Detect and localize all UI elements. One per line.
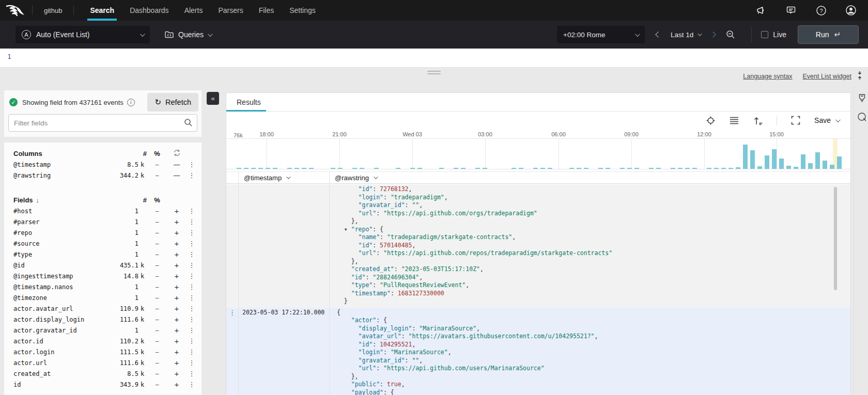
tab-dashboards[interactable]: Dashboards <box>122 0 177 21</box>
field-percent: – <box>147 273 167 280</box>
histogram-bar <box>656 168 661 169</box>
add-field-button[interactable]: + <box>167 228 186 237</box>
account-icon[interactable] <box>845 5 857 16</box>
field-menu-button[interactable]: ⋮ <box>186 359 197 367</box>
timestamp-column-header[interactable]: @timestamp <box>239 172 330 183</box>
help-icon[interactable]: ? <box>815 5 827 16</box>
table-scrollbar[interactable] <box>834 187 837 290</box>
add-field-button[interactable]: + <box>167 369 186 378</box>
add-field-button[interactable]: + <box>167 239 186 248</box>
remove-column-button[interactable]: — <box>167 172 186 179</box>
timezone-select[interactable]: +02:00 Rome <box>557 26 645 43</box>
add-field-button[interactable]: + <box>167 217 186 226</box>
field-menu-button[interactable]: ⋮ <box>186 315 197 323</box>
row-density-icon[interactable] <box>729 115 739 125</box>
zoom-out-icon[interactable] <box>725 29 736 40</box>
save-button[interactable]: Save <box>814 116 839 124</box>
field-row-created_at: created_at8.5k–+⋮ <box>4 368 202 379</box>
collapse-panel-icon[interactable] <box>856 71 864 80</box>
live-toggle[interactable]: Live <box>761 30 786 39</box>
histogram-bar <box>714 168 719 169</box>
field-name: id <box>13 381 112 388</box>
tab-alerts[interactable]: Alerts <box>177 0 211 21</box>
field-menu-button[interactable]: ⋮ <box>186 370 197 377</box>
info-icon[interactable]: i <box>127 99 135 106</box>
field-menu-button[interactable]: ⋮ <box>186 161 197 168</box>
field-percent: – <box>147 370 167 377</box>
crosshair-icon[interactable] <box>705 115 716 125</box>
megaphone-icon[interactable] <box>755 5 767 16</box>
query-inspect-icon[interactable] <box>857 112 867 122</box>
field-menu-button[interactable]: ⋮ <box>186 261 197 269</box>
fullscreen-icon[interactable] <box>791 115 801 125</box>
histogram-bar <box>309 168 314 169</box>
count-header: # <box>112 150 147 157</box>
add-field-button[interactable]: + <box>167 337 186 345</box>
add-field-button[interactable]: + <box>167 207 186 215</box>
refetch-button[interactable]: ↻ Refetch <box>147 93 198 112</box>
field-menu-button[interactable]: ⋮ <box>186 250 197 258</box>
tab-files[interactable]: Files <box>251 0 282 21</box>
add-field-button[interactable]: + <box>167 293 186 302</box>
feedback-icon[interactable] <box>785 5 797 16</box>
event-list-widget-link[interactable]: Event List widget <box>803 73 852 80</box>
add-field-button[interactable]: + <box>167 250 186 259</box>
event-histogram[interactable]: 76k 18:0021:00Wed 0303:0006:0009:0012:00… <box>226 129 850 169</box>
field-menu-button[interactable]: ⋮ <box>186 348 197 356</box>
row-drag-handle[interactable]: ⋮ <box>229 309 236 317</box>
rawstring-column-header[interactable]: @rawstring <box>330 172 850 183</box>
time-forward-button[interactable] <box>710 31 716 37</box>
query-editor[interactable]: 1 <box>0 49 868 68</box>
editor-resize-handle[interactable] <box>427 71 441 76</box>
histogram-bar <box>786 166 791 169</box>
falcon-logo-icon[interactable] <box>6 4 25 17</box>
lamp-icon[interactable] <box>857 93 867 103</box>
sort-descending-icon[interactable]: ↓ <box>36 196 40 204</box>
tab-parsers[interactable]: Parsers <box>210 0 251 21</box>
field-menu-button[interactable]: ⋮ <box>186 207 197 215</box>
field-menu-button[interactable]: ⋮ <box>186 229 197 236</box>
collapse-sidebar-button[interactable]: « <box>207 92 219 105</box>
field-menu-button[interactable]: ⋮ <box>186 305 197 312</box>
field-percent: – <box>147 262 167 269</box>
queries-menu-button[interactable]: Queries <box>164 30 211 39</box>
add-field-button[interactable]: + <box>167 326 186 335</box>
table-row[interactable]: ⋮2023-05-03 17:22:10.000{ "actor": { "di… <box>226 308 850 395</box>
run-button[interactable]: Run ↵ <box>798 25 859 44</box>
tab-settings[interactable]: Settings <box>282 0 323 21</box>
workspace-name[interactable]: github <box>44 7 62 14</box>
table-row[interactable]: "id": 72768132, "login": "tradeparadigm"… <box>226 184 850 308</box>
field-menu-button[interactable]: ⋮ <box>186 381 197 388</box>
add-field-button[interactable]: + <box>167 315 186 324</box>
divider <box>777 116 777 125</box>
field-menu-button[interactable]: ⋮ <box>186 283 197 291</box>
live-checkbox[interactable] <box>761 31 768 38</box>
field-menu-button[interactable]: ⋮ <box>186 326 197 334</box>
add-field-button[interactable]: + <box>167 358 186 367</box>
time-back-button[interactable] <box>655 31 661 37</box>
add-field-button[interactable]: + <box>167 304 186 313</box>
field-menu-button[interactable]: ⋮ <box>186 218 197 226</box>
add-field-button[interactable]: + <box>167 272 186 280</box>
field-menu-button[interactable]: ⋮ <box>186 171 197 179</box>
editor-line-number: 1 <box>7 53 11 60</box>
tab-search[interactable]: Search <box>82 0 122 21</box>
field-name: @timestamp.nanos <box>13 283 112 291</box>
view-mode-select[interactable]: A Auto (Event List) <box>16 26 150 43</box>
sort-order-icon[interactable] <box>753 115 763 125</box>
remove-column-button[interactable]: — <box>167 161 186 168</box>
field-menu-button[interactable]: ⋮ <box>186 272 197 280</box>
time-range-select[interactable]: Last 1d <box>671 31 701 39</box>
tab-results[interactable]: Results <box>237 98 261 106</box>
field-menu-button[interactable]: ⋮ <box>186 294 197 302</box>
sync-columns-icon[interactable] <box>167 149 186 158</box>
field-menu-button[interactable]: ⋮ <box>186 337 197 345</box>
add-field-button[interactable]: + <box>167 380 186 389</box>
add-field-button[interactable]: + <box>167 261 186 270</box>
language-syntax-link[interactable]: Language syntax <box>743 73 792 80</box>
add-field-button[interactable]: + <box>167 282 186 291</box>
field-count-unit: k <box>138 316 147 323</box>
add-field-button[interactable]: + <box>167 347 186 356</box>
filter-fields-input[interactable] <box>8 114 197 132</box>
field-menu-button[interactable]: ⋮ <box>186 240 197 247</box>
